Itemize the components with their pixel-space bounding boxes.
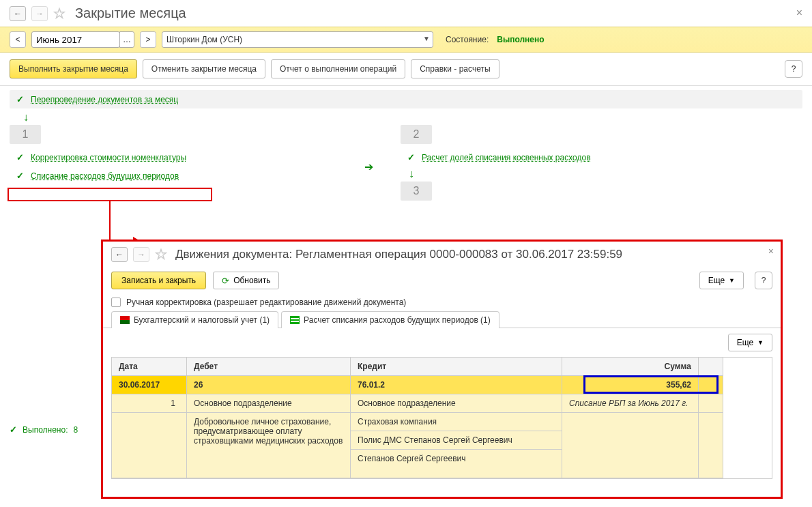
entries-table: Дата Дебет Кредит Сумма 30.06.2017 26 76… [111,357,772,479]
modal-help-button[interactable]: ? [755,272,772,289]
document-movements-window: ← → Движения документа: Регламентная опе… [101,240,783,499]
period-next-button[interactable]: > [140,31,156,48]
refresh-icon: ⟳ [222,276,229,286]
cell-date: 30.06.2017 [112,376,187,394]
refresh-label: Обновить [233,276,270,285]
period-input[interactable] [31,31,120,48]
arrow-right-icon: ➔ [364,160,373,173]
period-prev-button[interactable]: < [10,31,26,48]
modal-nav-forward-button[interactable]: → [133,247,149,262]
tab-deferred-label: Расчет списания расходов будущих периодо… [304,315,491,325]
annotation-line [109,201,111,242]
check-icon: ✓ [16,171,24,181]
favorite-icon[interactable] [155,248,167,261]
nav-forward-button[interactable]: → [31,6,48,21]
modal-title: Движения документа: Регламентная операци… [175,248,622,261]
save-and-close-button[interactable]: Записать и закрыть [111,272,206,289]
period-picker-button[interactable]: … [119,31,134,48]
references-button[interactable]: Справки - расчеты [411,59,499,78]
organization-select[interactable]: Шторкин Дом (УСН) ▼ [162,31,433,48]
col-credit: Кредит [351,358,562,376]
annotation-sum-highlight [583,375,719,394]
stage-1-badge: 1 [10,125,41,144]
page-title: Закрытие месяца [75,5,186,21]
state-value: Выполнено [497,35,544,44]
cell-credit-detail: Страховая компания Полис ДМС Степанов Се… [351,413,562,478]
chevron-down-icon: ▼ [423,35,430,42]
table-more-button[interactable]: Еще ▼ [728,334,772,351]
col-date: Дата [112,358,187,376]
help-button[interactable]: ? [785,60,802,78]
execute-close-button[interactable]: Выполнить закрытие месяца [10,59,137,78]
table-row[interactable]: 1 Основное подразделение Основное подраз… [112,394,772,413]
cell-credit-account: 76.01.2 [351,376,562,394]
accounting-icon [120,316,130,324]
cell-index: 1 [112,394,187,413]
stage-3-badge: 3 [401,182,432,201]
annotation-source-box [8,188,212,201]
modal-nav-back-button[interactable]: ← [111,247,128,262]
cancel-close-button[interactable]: Отменить закрытие месяца [143,59,265,78]
indirect-costs-link[interactable]: Расчет долей списания косвенных расходов [422,153,591,162]
tab-accounting[interactable]: Бухгалтерский и налоговый учет (1) [111,311,278,328]
cell-debit-sub: Основное подразделение [187,394,351,413]
modal-close-icon[interactable]: × [768,246,774,257]
more-button[interactable]: Еще ▼ [699,272,744,289]
deferred-expenses-link[interactable]: Списание расходов будущих периодов [31,171,179,181]
close-icon[interactable]: × [796,7,802,19]
cell-desc: Списание РБП за Июнь 2017 г. [562,394,699,413]
repost-documents-link[interactable]: Перепроведение документов за месяц [31,95,178,104]
operations-report-button[interactable]: Отчет о выполнении операций [271,59,405,78]
check-icon: ✓ [10,424,17,435]
manual-correction-checkbox[interactable] [111,298,121,307]
cell-debit-detail: Добровольное личное страхование, предусм… [187,413,351,478]
favorite-icon[interactable] [53,8,66,20]
arrow-down-icon: ↓ [23,111,802,124]
refresh-button[interactable]: ⟳ Обновить [213,272,279,289]
tab-deferred-calc[interactable]: Расчет списания расходов будущих периодо… [281,311,499,328]
check-icon: ✓ [16,152,24,162]
stage-2-badge: 2 [401,125,432,144]
cell-credit-sub: Основное подразделение [351,394,562,413]
state-label: Состояние: [446,35,489,44]
col-spacer [699,358,723,376]
arrow-down-icon: ↓ [409,168,728,180]
table-icon [290,316,300,324]
col-debit: Дебет [187,358,351,376]
table-row[interactable]: Добровольное личное страхование, предусм… [112,413,772,478]
organization-value: Шторкин Дом (УСН) [166,35,242,44]
check-icon: ✓ [16,94,24,104]
done-count: 8 [73,425,78,435]
tab-accounting-label: Бухгалтерский и налоговый учет (1) [134,315,270,325]
check-icon: ✓ [407,152,415,162]
cell-debit-account: 26 [187,376,351,394]
nav-back-button[interactable]: ← [10,6,26,21]
col-sum: Сумма [562,358,699,376]
cost-adjustment-link[interactable]: Корректировка стоимости номенклатуры [31,153,186,162]
done-label: Выполнено: [23,425,68,435]
manual-correction-label: Ручная корректировка (разрешает редактир… [126,298,406,307]
